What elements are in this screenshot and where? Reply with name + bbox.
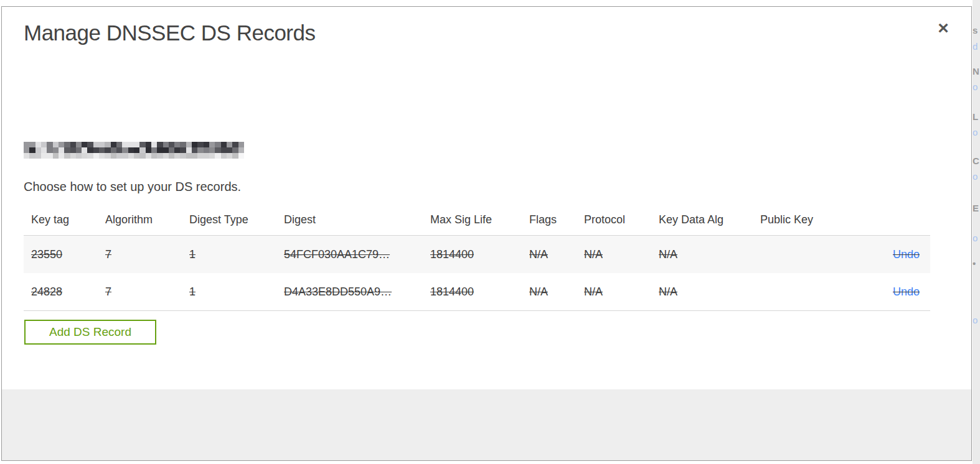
cell-digest-type: 1 <box>189 285 284 299</box>
close-icon[interactable]: × <box>931 16 956 40</box>
manage-dnssec-modal: Manage DNSSEC DS Records × Choose how to… <box>1 6 972 461</box>
background-text-fragment: o <box>973 233 978 243</box>
cell-max-sig-life: 1814400 <box>430 248 529 261</box>
background-text-fragment: C <box>973 155 979 166</box>
modal-footer: Save Cancel <box>2 389 972 461</box>
cell-digest: D4A33E8DD550A9… <box>284 285 430 299</box>
background-text-fragment: • <box>973 258 976 269</box>
cell-protocol: N/A <box>584 248 659 261</box>
col-header-public-key: Public Key <box>760 213 872 226</box>
background-text-fragment: o <box>973 81 978 92</box>
modal-title: Manage DNSSEC DS Records <box>24 21 315 45</box>
background-text-fragment: s <box>973 25 978 35</box>
undo-link[interactable]: Undo <box>893 285 920 298</box>
table-row: 24828 7 1 D4A33E8DD550A9… 1814400 N/A N/… <box>24 273 930 310</box>
cell-key-data-alg: N/A <box>659 248 760 261</box>
table-row: 23550 7 1 54FCF030AA1C79… 1814400 N/A N/… <box>24 236 930 273</box>
table-header-row: Key tag Algorithm Digest Type Digest Max… <box>24 205 930 234</box>
col-header-key-tag: Key tag <box>31 213 105 226</box>
instruction-text: Choose how to set up your DS records. <box>24 180 241 194</box>
background-text-fragment: o <box>973 171 978 182</box>
col-header-digest: Digest <box>284 213 430 226</box>
background-text-fragment: E <box>973 203 979 213</box>
col-header-digest-type: Digest Type <box>189 213 284 226</box>
cell-flags: N/A <box>529 248 584 261</box>
col-header-algorithm: Algorithm <box>105 213 189 226</box>
col-header-max-sig-life: Max Sig Life <box>430 213 529 226</box>
cell-key-tag: 24828 <box>31 285 105 299</box>
background-text-fragment: o <box>973 127 978 137</box>
background-text-fragment: L <box>973 111 978 122</box>
background-page-strip: sdNoLoCoEo•o <box>973 0 980 464</box>
cell-algorithm: 7 <box>105 285 189 299</box>
screen: Manage DNSSEC DS Records × Choose how to… <box>0 0 980 464</box>
background-text-fragment: N <box>973 66 979 77</box>
undo-link[interactable]: Undo <box>893 248 920 261</box>
redacted-domain-name <box>24 142 244 159</box>
col-header-flags: Flags <box>529 213 584 226</box>
cell-algorithm: 7 <box>105 248 189 261</box>
cell-key-data-alg: N/A <box>659 285 760 299</box>
col-header-key-data-alg: Key Data Alg <box>659 213 760 226</box>
ds-records-table: 23550 7 1 54FCF030AA1C79… 1814400 N/A N/… <box>24 235 930 311</box>
cell-digest: 54FCF030AA1C79… <box>284 248 430 261</box>
background-text-fragment: o <box>973 315 978 325</box>
cell-digest-type: 1 <box>189 248 284 261</box>
cell-protocol: N/A <box>584 285 659 299</box>
cell-flags: N/A <box>529 285 584 299</box>
cell-max-sig-life: 1814400 <box>430 285 529 299</box>
background-text-fragment: d <box>973 41 978 52</box>
cell-key-tag: 23550 <box>31 248 105 261</box>
add-ds-record-button[interactable]: Add DS Record <box>24 320 156 345</box>
col-header-protocol: Protocol <box>584 213 659 226</box>
